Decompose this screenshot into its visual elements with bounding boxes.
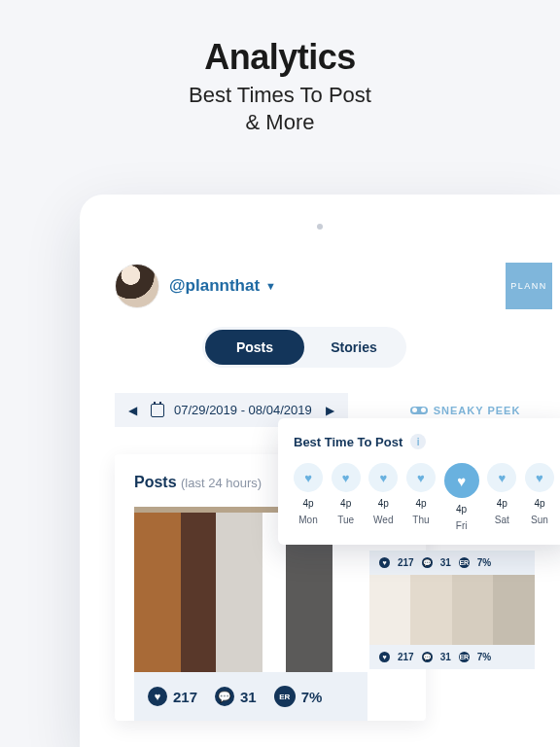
day-name: Tue — [337, 515, 354, 525]
mini-rate-2: 7% — [477, 652, 491, 662]
comment-icon: 💬 — [422, 557, 433, 568]
mini-post-1[interactable]: ♥217 💬31 ER7% ♥217 💬31 ER7% — [369, 551, 535, 669]
er-icon: ER — [274, 686, 296, 707]
day-fri[interactable]: ♥4pFri — [444, 463, 479, 531]
heart-button[interactable]: ♥ — [332, 463, 361, 492]
account-handle: @plannthat — [169, 276, 260, 296]
er-icon: ER — [459, 557, 470, 568]
day-name: Sat — [495, 515, 509, 525]
comments-stat: 💬 31 — [215, 687, 257, 706]
chevron-down-icon: ▼ — [265, 280, 276, 292]
day-time: 4p — [497, 498, 508, 509]
day-mon[interactable]: ♥4pMon — [294, 463, 323, 531]
account-row: @plannthat ▼ PLANN — [115, 263, 560, 309]
sneaky-peek-label: SNEAKY PEEK — [434, 405, 521, 416]
date-range-text: 07/29/2019 - 08/04/2019 — [174, 403, 312, 417]
heart-icon: ♥ — [148, 687, 167, 706]
avatar[interactable] — [115, 264, 159, 308]
best-time-title: Best Time To Post — [294, 435, 402, 449]
heart-icon: ♥ — [379, 471, 387, 485]
camera-dot — [317, 224, 323, 230]
day-time: 4p — [340, 498, 351, 509]
sneaky-peek-button[interactable]: SNEAKY PEEK — [410, 405, 521, 416]
account-selector[interactable]: @plannthat ▼ — [169, 276, 276, 296]
day-wed[interactable]: ♥4pWed — [368, 463, 398, 531]
best-time-card: Best Time To Post i ♥4pMon♥4pTue♥4pWed♥4… — [278, 418, 560, 545]
heart-icon: ♥ — [379, 652, 390, 662]
mini-likes-2: 217 — [398, 652, 414, 662]
day-time: 4p — [534, 498, 544, 509]
heart-icon: ♥ — [457, 473, 466, 489]
mini-stats-1: ♥217 💬31 ER7% — [369, 551, 535, 575]
er-icon: ER — [459, 652, 470, 662]
day-sun[interactable]: ♥4pSun — [525, 463, 554, 531]
right-column: ♥217 💬31 ER7% ♥217 💬31 ER7% — [369, 551, 544, 669]
day-name: Sun — [531, 515, 548, 525]
page-subtitle: Best Times To Post & More — [0, 82, 560, 135]
mini-rate: 7% — [477, 557, 491, 568]
mini-comments: 31 — [440, 557, 451, 568]
tab-posts[interactable]: Posts — [205, 330, 304, 365]
heart-button[interactable]: ♥ — [294, 463, 323, 492]
heart-icon: ♥ — [304, 471, 312, 485]
heart-icon: ♥ — [536, 471, 543, 485]
comment-icon: 💬 — [215, 687, 234, 706]
engagement-stat: ER 7% — [274, 686, 323, 707]
day-time: 4p — [415, 498, 426, 509]
likes-count: 217 — [173, 689, 197, 705]
date-next-icon[interactable]: ▶ — [322, 404, 338, 417]
page-title: Analytics — [0, 0, 560, 78]
post-stats: ♥ 217 💬 31 ER 7% — [134, 672, 368, 721]
tab-stories[interactable]: Stories — [304, 330, 403, 365]
day-name: Fri — [456, 520, 468, 531]
day-time: 4p — [302, 498, 313, 509]
mini-stats-2: ♥217 💬31 ER7% — [369, 645, 535, 669]
segment-control: Posts Stories — [202, 327, 406, 368]
day-tue[interactable]: ♥4pTue — [332, 463, 361, 531]
day-name: Thu — [412, 515, 429, 525]
best-time-days: ♥4pMon♥4pTue♥4pWed♥4pThu♥4pFri♥4pSat♥4pS… — [294, 463, 554, 531]
calendar-icon — [151, 404, 164, 417]
subtitle-line-2: & More — [246, 110, 315, 134]
day-time: 4p — [378, 498, 389, 509]
heart-icon: ♥ — [379, 557, 390, 568]
heart-button[interactable]: ♥ — [487, 463, 516, 492]
posts-card-span: (last 24 hours) — [181, 476, 262, 490]
day-name: Mon — [298, 515, 317, 525]
comments-count: 31 — [240, 689, 257, 705]
heart-button[interactable]: ♥ — [368, 463, 398, 492]
heart-button[interactable]: ♥ — [444, 463, 479, 498]
mask-icon — [410, 407, 428, 414]
day-time: 4p — [456, 504, 467, 515]
er-rate: 7% — [301, 689, 323, 705]
mini-likes: 217 — [398, 557, 414, 568]
date-prev-icon[interactable]: ◀ — [124, 404, 141, 417]
heart-icon: ♥ — [417, 471, 425, 485]
subtitle-line-1: Best Times To Post — [189, 83, 371, 107]
heart-button[interactable]: ♥ — [525, 463, 554, 492]
posts-card-title: Posts — [134, 474, 177, 490]
info-icon[interactable]: i — [410, 434, 426, 449]
day-thu[interactable]: ♥4pThu — [406, 463, 436, 531]
brand-badge: PLANN — [506, 263, 552, 309]
mini-comments-2: 31 — [440, 652, 451, 662]
comment-icon: 💬 — [422, 652, 433, 662]
heart-icon: ♥ — [498, 471, 506, 485]
heart-button[interactable]: ♥ — [406, 463, 436, 492]
likes-stat: ♥ 217 — [148, 687, 197, 706]
heart-icon: ♥ — [342, 471, 350, 485]
day-name: Wed — [373, 515, 393, 525]
day-sat[interactable]: ♥4pSat — [487, 463, 516, 531]
mini-image-1 — [369, 575, 535, 645]
